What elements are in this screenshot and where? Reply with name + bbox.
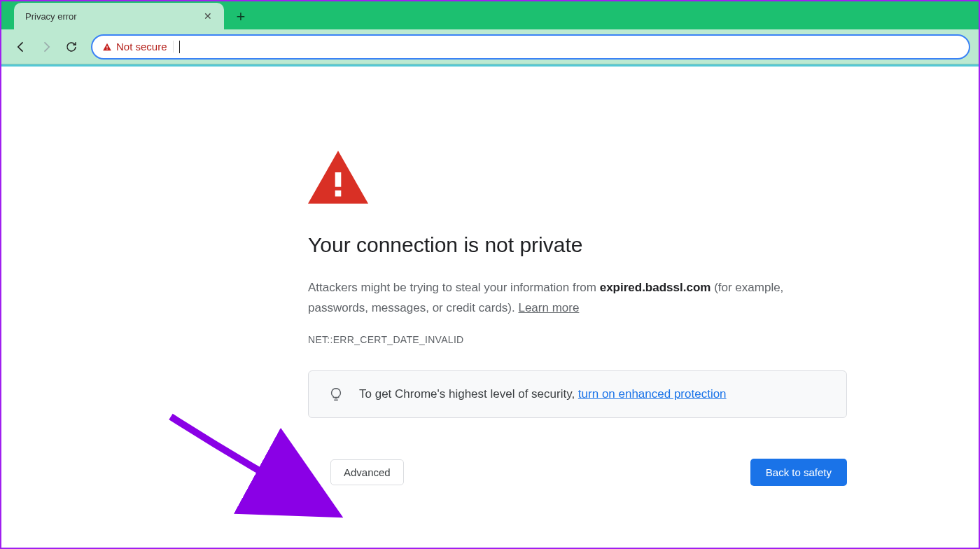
url-input[interactable]: [186, 41, 962, 53]
enhanced-protection-promo: To get Chrome's highest level of securit…: [308, 370, 847, 418]
enhanced-protection-link[interactable]: turn on enhanced protection: [578, 387, 727, 401]
page-content: Your connection is not private Attackers…: [1, 67, 979, 548]
promo-text-label: To get Chrome's highest level of securit…: [359, 387, 578, 401]
address-bar[interactable]: Not secure: [91, 34, 970, 60]
learn-more-link[interactable]: Learn more: [518, 301, 579, 314]
url-caret: [179, 41, 180, 53]
button-row: Advanced Back to safety: [308, 459, 847, 486]
browser-tab[interactable]: Privacy error ✕: [14, 3, 224, 29]
reload-button[interactable]: [60, 36, 83, 58]
close-tab-icon[interactable]: ✕: [200, 8, 216, 24]
back-button[interactable]: [10, 36, 32, 58]
privacy-error-interstitial: Your connection is not private Attackers…: [308, 151, 847, 486]
desc-domain: expired.badssl.com: [600, 281, 711, 294]
toolbar: Not secure: [1, 29, 979, 64]
desc-text-before: Attackers might be trying to steal your …: [308, 281, 600, 294]
security-chip[interactable]: Not secure: [102, 41, 174, 53]
tab-strip: Privacy error ✕ +: [1, 1, 979, 29]
svg-rect-0: [106, 46, 107, 48]
security-chip-label: Not secure: [116, 41, 167, 53]
back-to-safety-button[interactable]: Back to safety: [750, 459, 847, 486]
warning-icon: [308, 151, 847, 207]
error-heading: Your connection is not private: [308, 233, 847, 257]
error-description: Attackers might be trying to steal your …: [308, 278, 847, 319]
promo-text: To get Chrome's highest level of securit…: [359, 387, 727, 401]
forward-button[interactable]: [35, 36, 57, 58]
svg-rect-1: [106, 48, 107, 49]
svg-rect-2: [335, 172, 342, 187]
error-code: NET::ERR_CERT_DATE_INVALID: [308, 334, 847, 345]
new-tab-button[interactable]: +: [228, 4, 253, 29]
advanced-button[interactable]: Advanced: [330, 459, 404, 485]
svg-rect-3: [335, 190, 342, 197]
warning-triangle-icon: [102, 42, 112, 52]
tab-title: Privacy error: [25, 11, 200, 22]
lightbulb-icon: [328, 387, 344, 402]
